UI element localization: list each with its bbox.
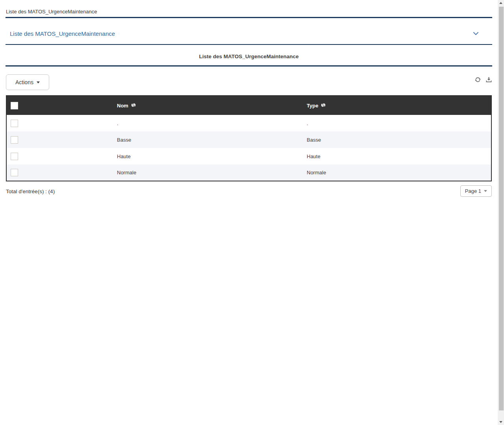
page-select-label: Page 1 xyxy=(465,188,481,194)
cell-type: . xyxy=(301,115,491,131)
cell-nom: Basse xyxy=(111,131,301,148)
actions-button[interactable]: Actions xyxy=(6,74,49,90)
toolbar-icon-group xyxy=(475,77,492,83)
cell-nom: . xyxy=(111,115,301,131)
cell-type: Basse xyxy=(301,131,491,148)
cell-type: Haute xyxy=(301,148,491,164)
select-all-checkbox[interactable] xyxy=(11,102,18,109)
toolbar: Actions xyxy=(6,74,492,90)
panel-title: Liste des MATOS_UrgenceMaintenance xyxy=(0,54,498,59)
cell-type: Normale xyxy=(301,164,491,181)
divider-top xyxy=(6,17,492,18)
sort-icon xyxy=(321,103,326,109)
refresh-button[interactable] xyxy=(475,77,481,83)
collapsible-section-header[interactable]: Liste des MATOS_UrgenceMaintenance xyxy=(10,30,479,37)
table-row: . . xyxy=(6,115,491,131)
main-content: Liste des MATOS_UrgenceMaintenance Liste… xyxy=(0,0,498,197)
table-row: Basse Basse xyxy=(6,131,491,148)
caret-down-icon xyxy=(37,81,40,83)
divider-section xyxy=(6,44,492,45)
total-entries-label: Total d'entrée(s) : (4) xyxy=(6,188,55,194)
scroll-up-icon[interactable] xyxy=(499,2,502,4)
column-header-nom[interactable]: Nom xyxy=(111,96,301,115)
table-row: Haute Haute xyxy=(6,148,491,164)
row-checkbox[interactable] xyxy=(11,120,18,127)
cell-nom: Normale xyxy=(111,164,301,181)
column-label-nom: Nom xyxy=(117,103,128,109)
actions-button-label: Actions xyxy=(15,79,33,85)
chevron-down-icon[interactable] xyxy=(473,32,479,35)
sort-icon xyxy=(131,103,136,109)
column-label-type: Type xyxy=(307,103,318,109)
column-header-type[interactable]: Type xyxy=(301,96,491,115)
row-checkbox[interactable] xyxy=(11,169,18,176)
download-icon xyxy=(486,78,492,84)
divider-panel xyxy=(6,65,492,67)
cell-nom: Haute xyxy=(111,148,301,164)
data-table: Nom Type xyxy=(6,95,492,181)
select-all-header xyxy=(6,96,111,115)
row-checkbox[interactable] xyxy=(11,136,18,144)
refresh-icon xyxy=(475,78,481,84)
download-button[interactable] xyxy=(486,77,492,83)
table-row: Normale Normale xyxy=(6,164,491,181)
table-footer: Total d'entrée(s) : (4) Page 1 xyxy=(6,185,492,197)
scroll-down-icon[interactable] xyxy=(499,421,502,423)
table-header-row: Nom Type xyxy=(6,96,491,115)
scrollbar-thumb[interactable] xyxy=(499,7,504,410)
table-body: . . Basse Basse Haute Haute Normale Norm… xyxy=(6,115,491,181)
section-title: Liste des MATOS_UrgenceMaintenance xyxy=(10,30,115,37)
scrollbar[interactable] xyxy=(498,0,504,425)
row-checkbox[interactable] xyxy=(11,153,18,160)
page-select-button[interactable]: Page 1 xyxy=(460,185,492,197)
table-header: Nom Type xyxy=(6,96,491,115)
caret-down-icon xyxy=(484,190,487,192)
page-title: Liste des MATOS_UrgenceMaintenance xyxy=(6,9,492,15)
